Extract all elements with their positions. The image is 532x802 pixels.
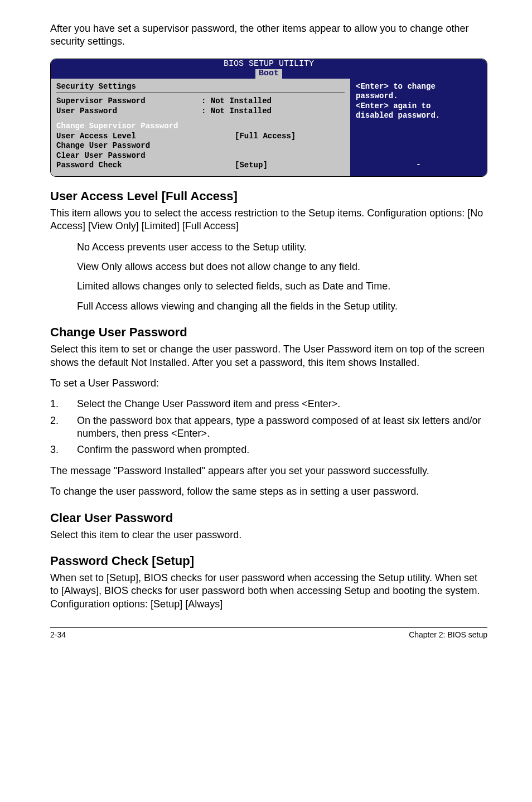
user-access-level-label[interactable]: User Access Level [56,132,201,142]
heading-password-check: Password Check [Setup] [50,554,487,568]
paragraph-indent: Limited allows changes only to selected … [77,280,487,293]
help-line: password. [356,91,481,102]
paragraph: When set to [Setup], BIOS checks for use… [50,572,487,611]
footer-chapter: Chapter 2: BIOS setup [409,630,487,639]
paragraph: To change the user password, follow the … [50,485,487,498]
list-number: 1. [50,398,77,410]
intro-paragraph: After you have set a supervisor password… [50,22,487,49]
list-item: 1. Select the Change User Password item … [50,398,487,410]
heading-clear-user-password: Clear User Password [50,511,487,525]
help-line: <Enter> to change [356,82,481,92]
help-line: disabled password. [356,111,481,121]
paragraph: The message "Password Installed" appears… [50,465,487,477]
heading-user-access-level: User Access Level [Full Access] [50,189,487,204]
supervisor-password-value: : Not Installed [201,96,272,107]
paragraph: Select this item to clear the user passw… [50,529,487,542]
bios-screenshot: BIOS SETUP UTILITY Boot Security Setting… [50,59,487,177]
page-footer: 2-34 Chapter 2: BIOS setup [50,627,487,639]
bios-main-panel: Security Settings Supervisor Password : … [51,79,350,176]
password-check-value[interactable]: [Setup] [235,161,268,171]
user-access-level-value[interactable]: [Full Access] [235,132,296,142]
paragraph: To set a User Password: [50,377,487,390]
password-check-label[interactable]: Password Check [56,161,201,171]
supervisor-password-label: Supervisor Password [56,96,201,107]
bios-title-text: BIOS SETUP UTILITY [51,60,487,69]
list-text: On the password box that appears, type a… [77,414,487,441]
list-item: 2. On the password box that appears, typ… [50,414,487,441]
heading-change-user-password: Change User Password [50,325,487,340]
list-text: Confirm the password when prompted. [77,443,487,456]
bios-section-title: Security Settings [56,82,345,94]
list-item: 3. Confirm the password when prompted. [50,443,487,456]
change-supervisor-password-item[interactable]: Change Supervisor Password [56,122,345,132]
paragraph-indent: Full Access allows viewing and changing … [77,300,487,313]
bios-titlebar: BIOS SETUP UTILITY Boot [51,59,487,79]
ordered-list: 1. Select the Change User Password item … [50,398,487,457]
paragraph-indent: View Only allows access but does not all… [77,260,487,273]
list-text: Select the Change User Password item and… [77,398,487,410]
bios-help-panel: <Enter> to change password. <Enter> agai… [350,79,487,176]
list-number: 2. [50,414,77,441]
list-number: 3. [50,443,77,456]
footer-page-number: 2-34 [50,630,66,639]
user-password-label: User Password [56,107,201,117]
paragraph: Select this item to set or change the us… [50,343,487,369]
user-password-value: : Not Installed [201,107,272,117]
bios-tab-boot: Boot [255,69,282,79]
help-line: <Enter> again to [356,102,481,112]
clear-user-password-item[interactable]: Clear User Password [56,151,345,161]
paragraph: This item allows you to select the acces… [50,207,487,233]
help-dash: - [356,160,481,170]
paragraph-indent: No Access prevents user access to the Se… [77,241,487,254]
change-user-password-item[interactable]: Change User Password [56,141,345,151]
